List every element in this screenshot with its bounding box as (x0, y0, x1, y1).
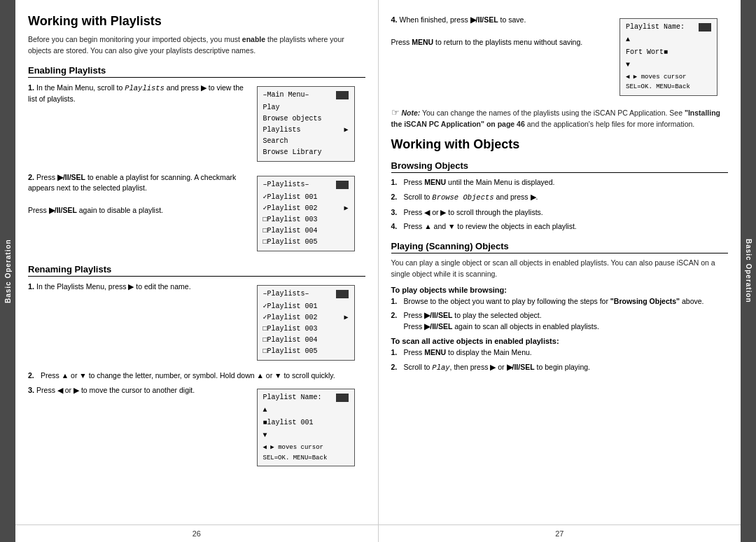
browse-step-1: 1. Press MENU until the Main Menu is dis… (391, 177, 729, 188)
screen-indicator-5 (699, 23, 711, 32)
playlist-name-screen-1: Playlist Name: ▲ ■laylist 001 ▼ ◀ ▶ move… (257, 389, 355, 466)
left-intro: Before you can begin monitoring your imp… (28, 34, 365, 57)
play-step-2: 2. Press ▶/II/SEL to play the selected o… (391, 310, 729, 333)
scan-step-1: 1. Press MENU to display the Main Menu. (391, 347, 729, 359)
browse-step-4: 4. Press ▲ and ▼ to review the objects i… (391, 221, 729, 232)
screen-indicator-3 (336, 290, 349, 298)
play-step-1: 1. Browse to the object you want to play… (391, 296, 729, 307)
scan-active-heading: To scan all active objects in enabled pl… (391, 337, 729, 345)
left-column: Working with Playlists Before you can be… (15, 0, 379, 524)
left-title: Working with Playlists (28, 14, 365, 29)
playlists-screen-1: –Playlists– ✓Playlist 001 ✓Playlist 002 … (257, 176, 355, 251)
right-side-tab: Basic Operation (741, 0, 756, 542)
rename-step-3: 3. Press ◀ or ▶ to move the cursor to an… (28, 384, 365, 471)
scan-step-2: 2. Scroll to Play, then press ▶ or ▶/II/… (391, 362, 729, 374)
main-menu-screen-1: –Main Menu– Play Browse objects Playlist… (257, 86, 355, 162)
right-title: Working with Objects (391, 137, 729, 152)
play-while-browsing-heading: To play objects while browsing: (391, 286, 729, 294)
playlist-name-screen-2: Playlist Name: ▲ Fort Wort■ ▼ ◀ ▶ moves … (620, 18, 718, 96)
enable-step-2: 2. Press ▶/II/SEL to enable a playlist f… (28, 172, 365, 256)
rename-step-2: 2. Press ▲ or ▼ to change the letter, nu… (28, 370, 365, 382)
playing-intro: You can play a single object or scan all… (391, 258, 729, 280)
right-column: 4. When finished, press ▶/II/SEL to save… (379, 0, 741, 524)
footer: 26 27 (15, 524, 741, 542)
playlists-screen-2: –Playlists– ✓Playlist 001 ✓Playlist 002 … (257, 285, 355, 361)
page-number-left: 26 (15, 525, 379, 542)
screen-indicator-4 (336, 394, 349, 402)
renaming-playlists-heading: Renaming Playlists (28, 264, 365, 277)
enabling-playlists-heading: Enabling Playlists (28, 65, 365, 78)
enable-step-1: 1. In the Main Menu, scroll to Playlists… (28, 82, 365, 166)
screen-indicator (336, 91, 349, 99)
rename-step-1: 1. In the Playlists Menu, press ▶ to edi… (28, 281, 365, 365)
screen-indicator-2 (336, 181, 349, 189)
browse-step-2: 2. Scroll to Browse Objects and press ▶. (391, 192, 729, 204)
step4-top: 4. When finished, press ▶/II/SEL to save… (391, 14, 729, 100)
browse-step-3: 3. Press ◀ or ▶ to scroll through the pl… (391, 207, 729, 218)
note-box: ☞ Note: You can change the names of the … (391, 106, 729, 130)
playing-objects-heading: Playing (Scanning) Objects (391, 241, 729, 253)
browsing-objects-heading: Browsing Objects (391, 160, 729, 173)
left-side-tab: Basic Operation (0, 0, 15, 542)
page-number-right: 27 (379, 525, 741, 542)
